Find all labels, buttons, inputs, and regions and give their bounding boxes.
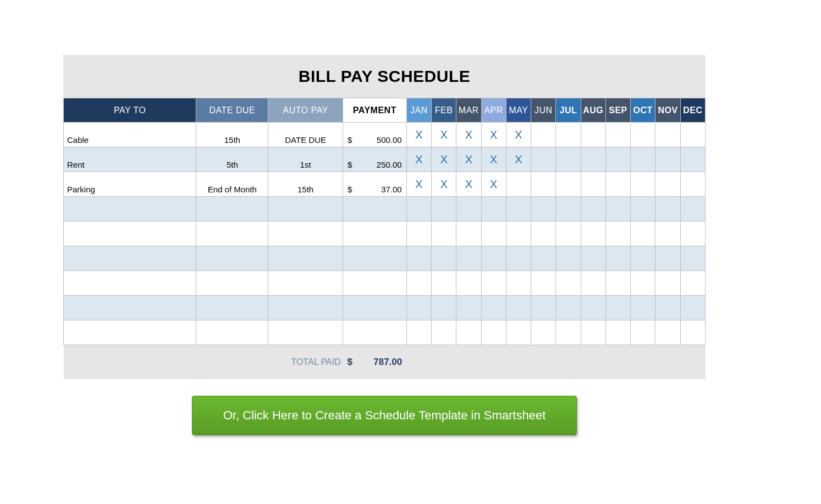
cell-payment[interactable]: $500.00 [343, 123, 407, 147]
cell-month-mark[interactable] [655, 172, 680, 197]
cell-month-mark[interactable] [581, 123, 605, 147]
cell-payto[interactable] [64, 296, 196, 320]
cell-month-mark[interactable] [431, 296, 456, 320]
cell-payto[interactable] [64, 197, 196, 221]
cell-payment[interactable] [343, 246, 407, 271]
cell-month-mark[interactable]: X [481, 123, 506, 147]
cell-month-mark[interactable] [605, 172, 630, 197]
cell-month-mark[interactable] [556, 147, 581, 172]
cell-payto[interactable] [64, 246, 196, 271]
cell-month-mark[interactable] [680, 271, 705, 296]
cell-month-mark[interactable] [631, 221, 655, 246]
cell-month-mark[interactable] [556, 197, 581, 221]
cell-month-mark[interactable] [456, 246, 481, 271]
cell-month-mark[interactable] [531, 246, 556, 271]
cell-month-mark[interactable] [655, 197, 680, 221]
cell-month-mark[interactable] [605, 221, 630, 246]
cell-month-mark[interactable] [556, 246, 581, 271]
cell-month-mark[interactable]: X [456, 172, 481, 197]
cell-month-mark[interactable] [605, 271, 630, 296]
cell-date-due[interactable] [196, 296, 268, 320]
cell-month-mark[interactable] [456, 197, 481, 221]
cell-month-mark[interactable] [581, 221, 605, 246]
cell-month-mark[interactable] [481, 296, 506, 320]
cell-month-mark[interactable] [506, 271, 531, 296]
cell-month-mark[interactable] [655, 147, 680, 172]
cell-month-mark[interactable] [581, 320, 605, 345]
cell-date-due[interactable] [196, 271, 268, 296]
cell-month-mark[interactable] [655, 123, 680, 147]
cell-month-mark[interactable] [631, 147, 655, 172]
cell-month-mark[interactable] [655, 271, 680, 296]
cell-month-mark[interactable] [456, 296, 481, 320]
cell-month-mark[interactable] [605, 197, 630, 221]
cell-month-mark[interactable]: X [481, 147, 506, 172]
cell-month-mark[interactable] [406, 320, 431, 345]
smartsheet-cta-button[interactable]: Or, Click Here to Create a Schedule Temp… [192, 396, 577, 435]
cell-month-mark[interactable] [680, 172, 705, 197]
cell-month-mark[interactable] [605, 246, 630, 271]
cell-month-mark[interactable] [680, 296, 705, 320]
cell-month-mark[interactable] [481, 246, 506, 271]
cell-auto-pay[interactable] [268, 296, 343, 320]
cell-payto[interactable] [64, 221, 196, 246]
cell-month-mark[interactable] [431, 221, 456, 246]
cell-month-mark[interactable] [431, 246, 456, 271]
cell-month-mark[interactable] [406, 221, 431, 246]
cell-date-due[interactable]: 15th [196, 123, 268, 147]
cell-payment[interactable]: $37.00 [343, 172, 407, 197]
cell-date-due[interactable] [196, 320, 268, 345]
cell-month-mark[interactable]: X [431, 123, 456, 147]
cell-auto-pay[interactable] [268, 320, 343, 345]
cell-month-mark[interactable] [506, 197, 531, 221]
cell-month-mark[interactable] [631, 197, 655, 221]
cell-month-mark[interactable] [406, 271, 431, 296]
cell-month-mark[interactable] [506, 320, 531, 345]
cell-month-mark[interactable] [581, 147, 605, 172]
cell-month-mark[interactable] [680, 123, 705, 147]
cell-month-mark[interactable] [556, 271, 581, 296]
cell-month-mark[interactable]: X [506, 123, 531, 147]
cell-month-mark[interactable] [680, 221, 705, 246]
cell-payto[interactable]: Cable [64, 123, 196, 147]
cell-payment[interactable] [343, 320, 407, 345]
cell-month-mark[interactable] [655, 320, 680, 345]
cell-month-mark[interactable] [506, 296, 531, 320]
cell-date-due[interactable]: End of Month [196, 172, 268, 197]
cell-month-mark[interactable] [481, 320, 506, 345]
cell-month-mark[interactable] [556, 320, 581, 345]
cell-month-mark[interactable] [556, 221, 581, 246]
cell-month-mark[interactable] [581, 172, 605, 197]
cell-month-mark[interactable] [431, 271, 456, 296]
cell-month-mark[interactable] [531, 172, 556, 197]
cell-month-mark[interactable]: X [481, 172, 506, 197]
cell-month-mark[interactable] [531, 271, 556, 296]
cell-auto-pay[interactable] [268, 197, 343, 221]
cell-month-mark[interactable] [655, 221, 680, 246]
cell-month-mark[interactable] [481, 197, 506, 221]
cell-month-mark[interactable] [456, 271, 481, 296]
cell-date-due[interactable] [196, 221, 268, 246]
cell-date-due[interactable]: 5th [196, 147, 268, 172]
cell-auto-pay[interactable]: 15th [268, 172, 343, 197]
cell-payto[interactable] [64, 271, 196, 296]
cell-payment[interactable] [343, 296, 407, 320]
cell-month-mark[interactable] [631, 123, 655, 147]
cell-month-mark[interactable] [531, 296, 556, 320]
cell-month-mark[interactable]: X [506, 147, 531, 172]
cell-month-mark[interactable] [406, 246, 431, 271]
cell-auto-pay[interactable] [268, 221, 343, 246]
cell-month-mark[interactable] [556, 123, 581, 147]
cell-auto-pay[interactable] [268, 246, 343, 271]
cell-month-mark[interactable]: X [406, 147, 431, 172]
cell-month-mark[interactable] [531, 123, 556, 147]
cell-payment[interactable]: $250.00 [343, 147, 407, 172]
cell-month-mark[interactable] [406, 197, 431, 221]
cell-month-mark[interactable] [680, 197, 705, 221]
cell-month-mark[interactable] [431, 320, 456, 345]
cell-month-mark[interactable] [456, 221, 481, 246]
cell-month-mark[interactable] [506, 246, 531, 271]
cell-month-mark[interactable]: X [431, 147, 456, 172]
cell-month-mark[interactable] [506, 221, 531, 246]
cell-month-mark[interactable] [605, 320, 630, 345]
